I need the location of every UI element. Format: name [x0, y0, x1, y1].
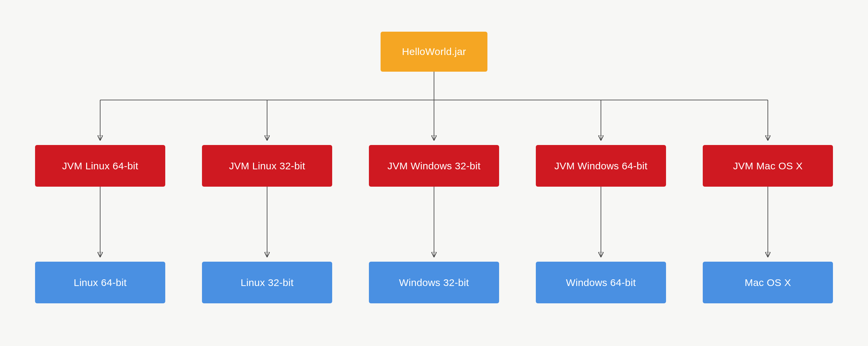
node-jvm-2-label: JVM Windows 32-bit: [388, 160, 481, 172]
node-os-2-label: Windows 32-bit: [399, 277, 469, 288]
node-jvm-1-label: JVM Linux 32-bit: [229, 160, 305, 172]
node-jvm-0-label: JVM Linux 64-bit: [62, 160, 138, 172]
node-root-label: HelloWorld.jar: [402, 46, 466, 57]
node-os-3: Windows 64-bit: [536, 262, 666, 303]
node-os-4-label: Mac OS X: [744, 277, 791, 288]
node-jvm-1: JVM Linux 32-bit: [202, 145, 332, 187]
node-os-2: Windows 32-bit: [369, 262, 499, 303]
node-jvm-3-label: JVM Windows 64-bit: [555, 160, 648, 172]
node-root: HelloWorld.jar: [380, 32, 488, 72]
node-jvm-3: JVM Windows 64-bit: [536, 145, 666, 187]
node-os-1: Linux 32-bit: [202, 262, 332, 303]
node-os-0-label: Linux 64-bit: [74, 277, 127, 288]
node-jvm-0: JVM Linux 64-bit: [35, 145, 165, 187]
node-jvm-4: JVM Mac OS X: [703, 145, 833, 187]
node-os-0: Linux 64-bit: [35, 262, 165, 303]
node-os-4: Mac OS X: [703, 262, 833, 303]
node-jvm-2: JVM Windows 32-bit: [369, 145, 499, 187]
node-jvm-4-label: JVM Mac OS X: [733, 160, 803, 172]
diagram-canvas: HelloWorld.jar JVM Linux 64-bit JVM Linu…: [0, 0, 868, 346]
node-os-3-label: Windows 64-bit: [566, 277, 636, 288]
node-os-1-label: Linux 32-bit: [241, 277, 294, 288]
